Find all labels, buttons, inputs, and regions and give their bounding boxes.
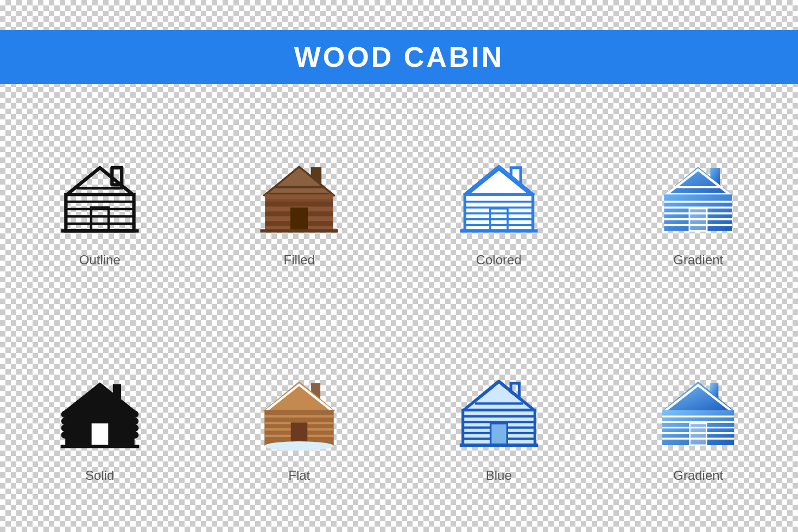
- svg-point-56: [130, 417, 138, 425]
- header-banner: WOOD CABIN: [0, 30, 798, 84]
- svg-rect-45: [689, 208, 707, 231]
- outline-icon: [51, 149, 149, 242]
- svg-rect-79: [490, 423, 507, 445]
- svg-point-69: [265, 441, 334, 451]
- svg-point-52: [61, 417, 69, 425]
- gradient-top-icon: [649, 149, 747, 242]
- icon-cell-gradient-bottom: Gradient: [599, 316, 799, 533]
- flat-label: Flat: [288, 468, 310, 483]
- icon-cell-flat: Flat: [200, 316, 400, 533]
- blue-label: Blue: [486, 468, 512, 483]
- gradient-bottom-icon: [649, 365, 747, 457]
- svg-rect-89: [690, 423, 707, 445]
- icons-grid: Outline Filled: [0, 100, 798, 532]
- filled-icon: [250, 149, 348, 242]
- outline-label: Outline: [79, 252, 121, 268]
- icon-cell-outline: Outline: [0, 100, 200, 316]
- gradient-top-label: Gradient: [673, 252, 723, 268]
- icon-cell-gradient-top: Gradient: [599, 100, 799, 316]
- svg-rect-59: [91, 423, 108, 447]
- svg-marker-11: [264, 167, 334, 195]
- page-title: WOOD CABIN: [294, 41, 504, 73]
- colored-label: Colored: [476, 252, 522, 268]
- svg-point-55: [130, 410, 138, 418]
- filled-label: Filled: [284, 252, 315, 268]
- svg-rect-8: [91, 207, 109, 231]
- svg-point-51: [61, 410, 69, 418]
- colored-icon: [450, 149, 548, 242]
- svg-rect-16: [265, 201, 333, 206]
- icon-cell-blue: Blue: [399, 316, 599, 533]
- svg-marker-49: [64, 383, 136, 411]
- svg-point-53: [61, 425, 69, 432]
- gradient-bottom-label: Gradient: [673, 468, 723, 483]
- svg-rect-15: [265, 194, 333, 199]
- svg-rect-3: [66, 194, 134, 231]
- icon-cell-colored: Colored: [399, 100, 599, 316]
- flat-icon: [250, 365, 348, 457]
- svg-rect-22: [290, 207, 308, 231]
- blue-icon: [450, 365, 548, 457]
- solid-icon: [51, 365, 149, 457]
- svg-point-57: [130, 425, 138, 432]
- svg-point-58: [130, 432, 138, 439]
- icon-cell-filled: Filled: [200, 100, 400, 316]
- solid-label: Solid: [85, 468, 114, 483]
- svg-point-54: [61, 432, 69, 439]
- icon-cell-solid: Solid: [0, 316, 200, 533]
